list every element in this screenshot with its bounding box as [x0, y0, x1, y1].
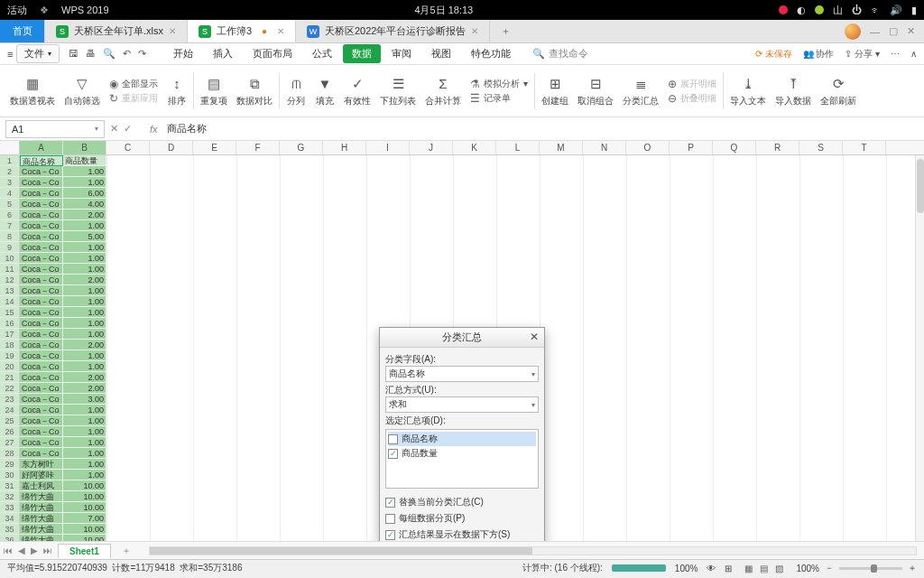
cell[interactable]: Coca－Co: [20, 220, 63, 231]
btn-dedup[interactable]: ▤重复项: [196, 65, 232, 117]
vertical-scrollbar[interactable]: [915, 155, 924, 541]
chevron-icon[interactable]: ∧: [910, 49, 917, 59]
row-header[interactable]: 15: [0, 307, 20, 318]
cell[interactable]: Coca－Co: [20, 448, 63, 459]
cell[interactable]: 1.00: [63, 242, 106, 253]
more-icon[interactable]: ⋯: [891, 49, 900, 59]
cell[interactable]: Coca－Co: [20, 329, 63, 340]
cell[interactable]: Coca－Co: [20, 242, 63, 253]
row-header[interactable]: 27: [0, 437, 20, 448]
menu-tab-2[interactable]: 页面布局: [244, 44, 301, 63]
unsaved-indicator[interactable]: ⟳ 未保存: [755, 48, 792, 61]
menu-tab-6[interactable]: 视图: [422, 44, 460, 63]
share-button[interactable]: ⇪ 分享 ▾: [845, 48, 880, 61]
cell[interactable]: 1.00: [63, 285, 106, 296]
grid-icon[interactable]: ⊞: [725, 564, 732, 573]
menu-tab-0[interactable]: 开始: [164, 44, 202, 63]
cell[interactable]: Coca－Co: [20, 275, 63, 285]
cell[interactable]: Coca－Co: [20, 394, 63, 405]
cell[interactable]: 1.00: [63, 448, 106, 459]
col-header[interactable]: T: [843, 141, 886, 154]
cell[interactable]: Coca－Co: [20, 307, 63, 318]
opt-replace[interactable]: ✓替换当前分类汇总(C): [385, 494, 539, 510]
minimize-icon[interactable]: —: [870, 26, 880, 37]
cell[interactable]: Coca－Co: [20, 199, 63, 210]
cancel-icon[interactable]: ✕: [110, 123, 118, 135]
col-header[interactable]: Q: [713, 141, 756, 154]
cell[interactable]: Coca－Co: [20, 372, 63, 383]
maximize-icon[interactable]: ▢: [889, 25, 898, 37]
view-buttons[interactable]: ▦▤▧: [741, 564, 787, 573]
cell[interactable]: 1.00: [63, 437, 106, 448]
row-header[interactable]: 23: [0, 394, 20, 405]
menu-tab-7[interactable]: 特色功能: [462, 44, 520, 63]
cell[interactable]: 10.00: [63, 524, 106, 535]
cell[interactable]: Coca－Co: [20, 383, 63, 394]
col-header[interactable]: N: [583, 141, 626, 154]
cell[interactable]: 1.00: [63, 220, 106, 231]
row-header[interactable]: 19: [0, 350, 20, 361]
cell[interactable]: 5.00: [63, 231, 106, 242]
cell[interactable]: 1.00: [63, 350, 106, 361]
cell[interactable]: 7.00: [63, 513, 106, 524]
cell[interactable]: 1.00: [63, 361, 106, 372]
col-header[interactable]: J: [410, 141, 453, 154]
btn-fencol[interactable]: ⫙分列: [282, 65, 310, 117]
btn-autofilter[interactable]: ▽自动筛选: [60, 65, 105, 117]
row-header[interactable]: 13: [0, 285, 20, 296]
cell[interactable]: 1.00: [63, 307, 106, 318]
btn-show-all[interactable]: ◉全部显示: [109, 78, 158, 90]
eye-icon[interactable]: 👁: [707, 564, 716, 573]
row-header[interactable]: 1: [0, 155, 20, 166]
tray-dot-green[interactable]: [815, 5, 824, 14]
volume-icon[interactable]: 🔊: [890, 5, 902, 16]
cell[interactable]: Coca－Co: [20, 166, 63, 177]
row-header[interactable]: 35: [0, 524, 20, 535]
row-header[interactable]: 21: [0, 372, 20, 383]
btn-ungroup[interactable]: ⊟取消组合: [573, 65, 618, 117]
row-header[interactable]: 29: [0, 459, 20, 470]
row-header[interactable]: 20: [0, 361, 20, 372]
sheet-nav-last[interactable]: ⏭: [43, 545, 52, 555]
col-header[interactable]: E: [193, 141, 236, 154]
collab-button[interactable]: 👥 协作: [803, 48, 835, 61]
menu-tab-1[interactable]: 插入: [204, 44, 242, 63]
sheet-tab[interactable]: Sheet1: [58, 544, 111, 558]
col-header[interactable]: R: [756, 141, 799, 154]
row-header[interactable]: 10: [0, 253, 20, 264]
row-header[interactable]: 28: [0, 448, 20, 459]
row-header[interactable]: 26: [0, 426, 20, 437]
cell[interactable]: 1.00: [63, 405, 106, 415]
cell[interactable]: 1.00: [63, 470, 106, 480]
sheet-nav-next[interactable]: ▶: [31, 545, 38, 555]
cell[interactable]: 1.00: [63, 177, 106, 188]
cell[interactable]: 2.00: [63, 210, 106, 220]
sheet-nav-first[interactable]: ⏮: [4, 545, 13, 555]
btn-export[interactable]: ⤒导入数据: [771, 65, 816, 117]
tray-dot-red[interactable]: [779, 5, 788, 14]
row-header[interactable]: 36: [0, 535, 20, 541]
tab-home[interactable]: 首页: [0, 20, 45, 42]
btn-dropdown[interactable]: ☰下拉列表: [375, 65, 420, 117]
items-checklist[interactable]: 商品名称 ✓商品数量: [385, 429, 539, 489]
col-header[interactable]: G: [280, 141, 323, 154]
cell[interactable]: 商品名称: [20, 155, 63, 166]
redo-icon[interactable]: ↷: [138, 48, 146, 60]
file-menu-button[interactable]: 文件▾: [16, 44, 60, 63]
cell[interactable]: Coca－Co: [20, 188, 63, 199]
cell[interactable]: 2.00: [63, 275, 106, 285]
save-icon[interactable]: 🖫: [69, 48, 79, 60]
row-header[interactable]: 7: [0, 220, 20, 231]
dialog-close-icon[interactable]: ✕: [530, 331, 539, 343]
row-header[interactable]: 3: [0, 177, 20, 188]
avatar[interactable]: [845, 23, 861, 40]
cell[interactable]: Coca－Co: [20, 340, 63, 350]
cell[interactable]: 4.00: [63, 199, 106, 210]
row-header[interactable]: 18: [0, 340, 20, 350]
cell[interactable]: 1.00: [63, 296, 106, 307]
cell[interactable]: 2.00: [63, 372, 106, 383]
cell[interactable]: 2.00: [63, 383, 106, 394]
col-header[interactable]: S: [799, 141, 843, 154]
cell[interactable]: 10.00: [63, 535, 106, 541]
doc-tab-1[interactable]: S 工作簿3 ● ✕: [188, 20, 296, 42]
